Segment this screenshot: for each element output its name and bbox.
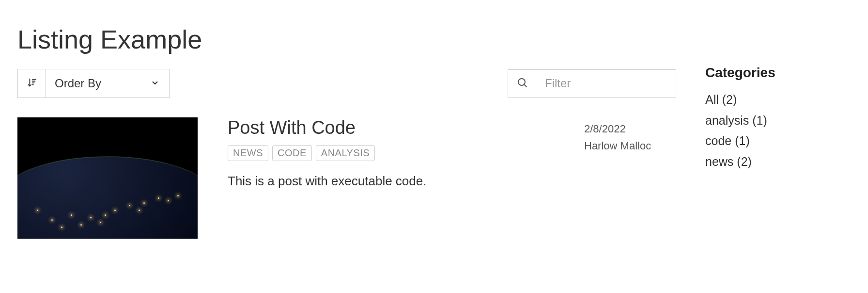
category-item-all[interactable]: All (2)	[705, 89, 851, 110]
category-item-analysis[interactable]: analysis (1)	[705, 110, 851, 131]
post-description: This is a post with executable code.	[228, 174, 565, 189]
main-column: Listing Example Order By	[17, 19, 705, 239]
toolbar: Order By	[17, 69, 676, 98]
sort-direction-button[interactable]	[18, 69, 46, 98]
order-by-select[interactable]: Order By	[46, 69, 169, 98]
category-item-code[interactable]: code (1)	[705, 130, 851, 151]
post-tag[interactable]: NEWS	[228, 145, 268, 161]
post-author: Harlow Malloc	[584, 137, 676, 154]
post-title: Post With Code	[228, 117, 565, 138]
order-by-label: Order By	[55, 77, 101, 90]
post-tags: NEWS CODE ANALYSIS	[228, 145, 565, 161]
post-main: Post With Code NEWS CODE ANALYSIS This i…	[228, 117, 584, 239]
search-icon	[516, 77, 528, 90]
page-title: Listing Example	[17, 24, 676, 54]
order-by-group: Order By	[17, 69, 170, 98]
sidebar-heading: Categories	[705, 65, 851, 81]
category-list: All (2) analysis (1) code (1) news (2)	[705, 89, 851, 172]
filter-group	[508, 69, 676, 98]
post-meta: 2/8/2022 Harlow Malloc	[584, 117, 676, 239]
post-body: Post With Code NEWS CODE ANALYSIS This i…	[228, 117, 676, 239]
svg-line-1	[524, 84, 527, 87]
category-item-news[interactable]: news (2)	[705, 151, 851, 172]
search-icon-box	[508, 70, 536, 97]
chevron-down-icon	[151, 77, 159, 90]
post-item[interactable]: Post With Code NEWS CODE ANALYSIS This i…	[17, 117, 676, 239]
sort-icon	[27, 77, 37, 90]
post-tag[interactable]: ANALYSIS	[316, 145, 375, 161]
post-tag[interactable]: CODE	[272, 145, 312, 161]
post-date: 2/8/2022	[584, 120, 676, 137]
post-thumbnail	[17, 117, 198, 239]
filter-input[interactable]	[536, 70, 676, 97]
sidebar: Categories All (2) analysis (1) code (1)…	[705, 19, 851, 239]
